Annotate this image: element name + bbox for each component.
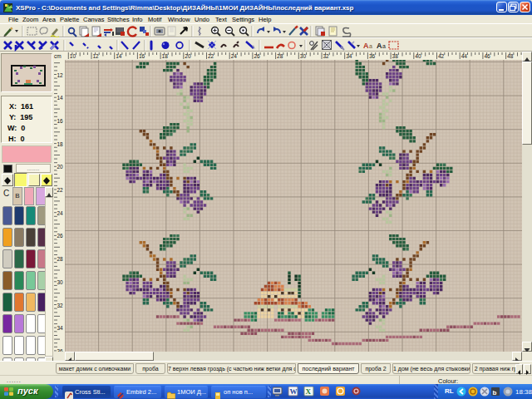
svg-text:A: A [377,42,382,50]
svg-text:38: 38 [392,53,399,59]
svg-text:26: 26 [57,233,64,239]
svg-text:16: 16 [139,53,145,59]
svg-text:48: 48 [507,53,514,59]
svg-text:24: 24 [57,210,64,216]
svg-text:a: a [382,43,386,49]
svg-text:20: 20 [57,164,64,170]
svg-text:32: 32 [57,303,64,308]
svg-text:a: a [369,43,372,49]
svg-text:36: 36 [369,53,376,59]
svg-text:W: W [290,387,298,396]
svg-text:28: 28 [277,53,283,59]
svg-text:20: 20 [185,53,191,59]
svg-text:X: X [306,387,312,396]
svg-text:44: 44 [461,53,468,59]
svg-text:26: 26 [254,53,260,59]
svg-text:A: A [363,42,369,50]
svg-text:b: b [493,389,497,397]
svg-text:30: 30 [57,279,64,285]
svg-text:14: 14 [57,95,64,101]
svg-text:16: 16 [57,118,64,124]
svg-text:10: 10 [70,53,76,59]
svg-text:18: 18 [57,141,64,147]
svg-text:40: 40 [415,53,421,59]
svg-text:22: 22 [208,53,214,59]
svg-text:12: 12 [57,72,64,78]
svg-text:46: 46 [484,53,490,59]
svg-text:24: 24 [231,53,238,59]
svg-text:28: 28 [57,256,64,262]
svg-text:42: 42 [438,53,445,59]
svg-text:32: 32 [323,53,330,59]
svg-text:18: 18 [162,53,169,59]
svg-text:30: 30 [300,53,307,59]
svg-text:34: 34 [346,53,352,59]
svg-text:22: 22 [57,187,64,193]
svg-text:14: 14 [116,53,122,59]
svg-text:12: 12 [93,53,100,59]
svg-text:34: 34 [57,325,64,331]
